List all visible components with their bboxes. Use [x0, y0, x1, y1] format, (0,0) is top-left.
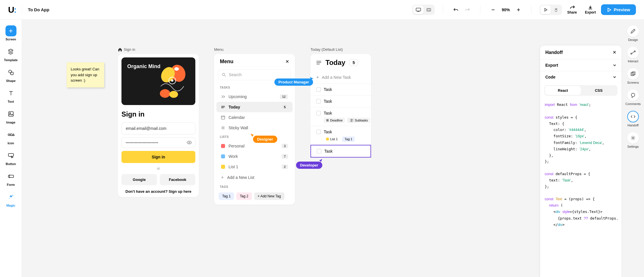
right-toolbar: Design Interact Screens Comments Handoff…: [622, 20, 644, 277]
svg-rect-17: [8, 175, 14, 177]
app-logo[interactable]: U:: [8, 5, 16, 15]
svg-rect-36: [222, 126, 224, 129]
task-row[interactable]: Task: [310, 107, 371, 117]
google-button[interactable]: Google: [121, 174, 157, 185]
task-checkbox[interactable]: [316, 111, 321, 115]
artboard-signin[interactable]: Sign in Organic Mind: [118, 47, 199, 197]
share-button[interactable]: Share: [564, 5, 580, 14]
list-item-work[interactable]: Work7: [216, 151, 293, 162]
svg-point-20: [9, 198, 10, 199]
svg-point-9: [9, 70, 12, 73]
task-row-selected[interactable]: Task: [310, 145, 371, 158]
undo-button[interactable]: [451, 5, 460, 14]
app-title: To Do App: [28, 7, 49, 12]
svg-point-46: [631, 93, 635, 97]
svg-marker-15: [13, 134, 14, 136]
tool-form[interactable]: Form: [5, 171, 16, 186]
menu-item-calendar[interactable]: Calendar: [216, 112, 293, 123]
zoom-in-button[interactable]: [514, 5, 523, 14]
task-row[interactable]: Task: [310, 84, 371, 96]
svg-point-47: [632, 137, 634, 138]
svg-rect-44: [631, 73, 634, 76]
export-section[interactable]: Export: [540, 59, 621, 71]
tool-text[interactable]: Text: [5, 88, 16, 103]
eye-icon[interactable]: [187, 141, 192, 146]
code-viewer[interactable]: import React from 'react'; const styles …: [540, 98, 621, 277]
right-tool-settings[interactable]: Settings: [627, 132, 639, 148]
hand-mode-button[interactable]: [551, 5, 561, 14]
task-checkbox[interactable]: [316, 130, 321, 134]
play-mode-button[interactable]: [540, 5, 551, 14]
svg-rect-11: [9, 112, 13, 116]
tab-react[interactable]: React: [545, 86, 581, 95]
right-tool-comments[interactable]: Comments: [625, 89, 641, 106]
svg-point-12: [10, 113, 10, 114]
today-title: Today: [325, 59, 345, 67]
right-tool-design[interactable]: Design: [627, 25, 639, 42]
tool-screen[interactable]: +Screen: [5, 25, 16, 41]
sticky-note[interactable]: Looks great! Can you add sign up screen …: [67, 62, 104, 87]
svg-point-19: [12, 195, 13, 196]
zoom-level: 90%: [502, 8, 510, 12]
hamburger-icon[interactable]: [316, 61, 321, 65]
tool-shape[interactable]: Shape: [5, 67, 16, 83]
svg-rect-40: [326, 119, 329, 121]
svg-point-25: [160, 89, 170, 98]
task-checkbox[interactable]: [316, 99, 321, 104]
topbar: U: To Do App 90%: [0, 0, 644, 20]
svg-marker-7: [545, 8, 547, 11]
svg-rect-34: [221, 116, 225, 119]
tag-chip[interactable]: Tag 1: [219, 192, 234, 200]
tab-css[interactable]: CSS: [581, 86, 617, 95]
right-tool-handoff[interactable]: Handoff: [627, 111, 639, 127]
task-checkbox[interactable]: [317, 149, 321, 154]
device-toggle: [412, 5, 435, 15]
task-row[interactable]: Task: [310, 96, 371, 107]
redo-button[interactable]: [463, 5, 472, 14]
password-field[interactable]: •••••••••••••••••••••••••: [121, 137, 195, 148]
canvas[interactable]: Looks great! Can you add sign up screen …: [22, 20, 644, 277]
signup-link[interactable]: Don't have an account? Sign up here: [121, 189, 195, 194]
tool-magic[interactable]: Magic: [5, 192, 16, 207]
menu-item-upcoming[interactable]: Upcoming12: [216, 91, 293, 102]
menu-item-today[interactable]: Today5: [216, 102, 293, 112]
right-tool-interact[interactable]: Interact: [627, 47, 639, 63]
svg-point-42: [634, 51, 635, 52]
artboard-menu[interactable]: Menu Menu ✕ Search TASKS Upcoming12 Toda…: [214, 47, 295, 205]
svg-line-30: [225, 76, 226, 76]
right-tool-screens[interactable]: Screens: [627, 68, 639, 84]
svg-marker-8: [608, 8, 611, 12]
zoom-out-button[interactable]: [488, 5, 498, 14]
task-row[interactable]: Task: [310, 126, 371, 135]
artboard-today[interactable]: Today (Default List) Today 5 +Add a New …: [310, 47, 371, 158]
chevron-down-icon: [613, 64, 616, 66]
signin-button[interactable]: Sign in: [121, 151, 195, 163]
add-tag-button[interactable]: + Add New Tag: [254, 192, 284, 200]
close-icon[interactable]: ✕: [285, 59, 289, 64]
tool-button[interactable]: Button: [5, 150, 16, 166]
list-item-list1[interactable]: List 12: [216, 162, 293, 172]
email-field[interactable]: email.email@mail.com: [121, 122, 195, 134]
desktop-device-button[interactable]: [413, 5, 424, 14]
svg-point-28: [189, 142, 190, 143]
list-item-personal[interactable]: Personal3: [216, 141, 293, 151]
mobile-device-button[interactable]: [424, 5, 434, 14]
today-count: 5: [349, 59, 358, 66]
code-section[interactable]: Code: [540, 71, 621, 83]
facebook-button[interactable]: Facebook: [160, 174, 195, 185]
export-button[interactable]: Export: [582, 5, 599, 14]
tool-icon[interactable]: Icon: [5, 129, 16, 145]
tag-chip[interactable]: Tag 2: [236, 192, 252, 200]
close-icon[interactable]: ✕: [613, 50, 616, 55]
tool-template[interactable]: Template: [4, 46, 18, 62]
add-list-button[interactable]: +Add a New List: [216, 172, 293, 183]
list-chip: List 1: [324, 136, 340, 142]
svg-point-24: [171, 79, 173, 82]
designer-cursor: Designer: [253, 136, 277, 143]
menu-item-sticky[interactable]: Sticky Wall: [216, 123, 293, 133]
preview-button[interactable]: Preview: [601, 4, 636, 15]
tool-image[interactable]: Image: [5, 108, 16, 124]
deadline-chip: Deadline: [324, 118, 345, 123]
task-checkbox[interactable]: [316, 87, 321, 92]
add-task-button[interactable]: +Add a New Task: [310, 71, 371, 84]
